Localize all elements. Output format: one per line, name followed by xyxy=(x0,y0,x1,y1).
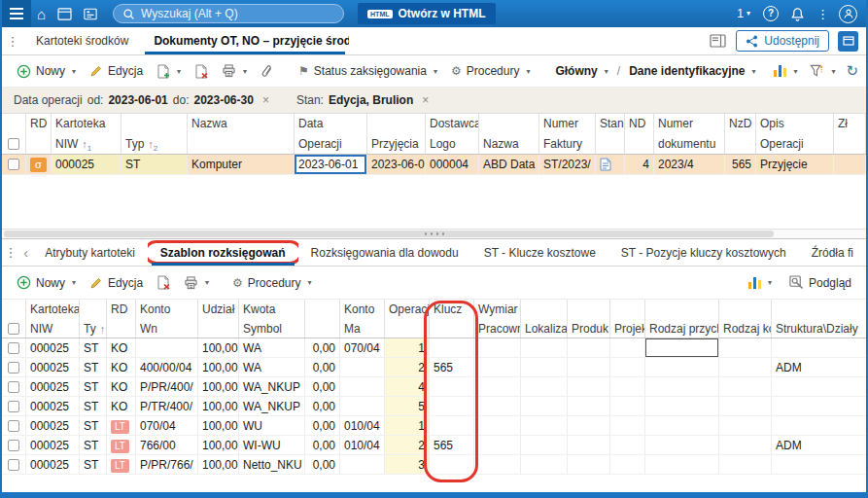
cell-rd[interactable]: LT xyxy=(107,455,136,474)
cell-numer_fakt[interactable]: ST/2023/ xyxy=(539,155,596,174)
column-header-opis[interactable]: Opis xyxy=(756,114,834,134)
column-header-dost_nazwa[interactable] xyxy=(479,114,539,134)
row-checkbox[interactable] xyxy=(8,159,19,170)
column-header-rd[interactable] xyxy=(107,319,136,338)
row-checkbox[interactable] xyxy=(8,401,19,412)
delete-button[interactable] xyxy=(150,270,177,296)
column-header-kwota_sym[interactable]: Symbol xyxy=(239,319,305,338)
new-button[interactable]: Nowy ▾ xyxy=(10,270,83,296)
chart-view-button[interactable]: ▾ xyxy=(746,270,774,296)
cell-struktura[interactable]: ADM xyxy=(772,358,866,376)
cell-produk[interactable] xyxy=(568,436,610,454)
cell-operacja[interactable]: 2 xyxy=(385,358,430,376)
cell-konto_ma[interactable]: 010/04 xyxy=(340,416,385,435)
table-row[interactable]: 000025STKOP/PR/400/100,00WA_NKUP0,004 xyxy=(2,377,866,397)
kebab-menu-icon[interactable]: ⋮ xyxy=(816,8,829,20)
cell-lokalizac[interactable] xyxy=(521,416,568,435)
column-header-nd[interactable] xyxy=(625,134,654,154)
cell-typ[interactable]: ST xyxy=(80,416,107,435)
cell-niw[interactable]: 000025 xyxy=(26,455,80,474)
cell-typ[interactable]: ST xyxy=(80,397,107,415)
column-header-logo[interactable]: Logo xyxy=(426,134,479,154)
procedures-button[interactable]: ⚙ Procedury ▾ xyxy=(226,270,318,296)
cell-konto_wn[interactable]: 766/00 xyxy=(136,436,198,454)
cell-sel[interactable] xyxy=(2,358,26,376)
cell-kwota_sym[interactable]: WI-WU xyxy=(239,436,305,454)
column-header-operacja[interactable]: Operacja xyxy=(385,300,430,319)
cell-udzial[interactable]: 100,00 xyxy=(198,436,239,454)
cell-konto_ma[interactable] xyxy=(340,358,385,376)
cell-produk[interactable] xyxy=(568,416,610,435)
column-header-niw[interactable]: Kartoteka xyxy=(26,300,80,319)
print-button[interactable]: ▾ xyxy=(215,58,254,84)
cell-rodzaj_przych[interactable] xyxy=(645,397,719,415)
cell-produk[interactable] xyxy=(568,377,610,396)
cell-konto_ma[interactable]: 070/04 xyxy=(340,338,385,357)
cell-sel[interactable] xyxy=(2,155,26,174)
column-header-rd[interactable]: RD xyxy=(107,300,136,319)
cell-konto_wn[interactable]: 070/04 xyxy=(136,416,198,435)
cell-typ[interactable]: ST xyxy=(80,358,107,376)
cell-numer_dok[interactable]: 2023/4 xyxy=(654,155,725,174)
cell-udzial[interactable]: 100,00 xyxy=(198,397,239,415)
cell-struktura[interactable]: ADM xyxy=(772,436,866,454)
cell-klucz[interactable] xyxy=(430,377,474,396)
tab-kartoteki-środków[interactable]: Kartoteki środków xyxy=(23,27,141,54)
cell-niw[interactable]: 000025 xyxy=(26,377,80,396)
cell-nazwa[interactable]: Komputer xyxy=(188,155,295,174)
cell-niw[interactable]: 000025 xyxy=(26,436,80,454)
row-checkbox[interactable] xyxy=(8,459,19,471)
search-input[interactable] xyxy=(141,7,334,20)
table-row[interactable]: σ000025STKomputer2023-06-012023-06-01000… xyxy=(2,155,866,175)
cell-konto_ma[interactable] xyxy=(340,397,385,415)
posting-status-button[interactable]: ⚑ Status zaksięgowania ▾ xyxy=(292,58,444,84)
cell-niw[interactable]: 000025 xyxy=(26,358,80,376)
tab-options-icon[interactable]: ⋮ xyxy=(2,239,19,266)
cell-sel[interactable] xyxy=(2,377,26,396)
column-header-typ[interactable]: Ty↑ xyxy=(80,319,107,338)
cell-rodzaj_ko[interactable] xyxy=(719,416,772,435)
cell-struktura[interactable] xyxy=(772,416,866,435)
table-row[interactable]: 000025STLT766/00100,00WI-WU0,00010/04256… xyxy=(2,436,866,455)
cell-konto_wn[interactable]: P/TR/400/ xyxy=(136,397,198,415)
cell-pracowni[interactable] xyxy=(474,338,521,357)
cell-klucz[interactable] xyxy=(430,338,474,357)
select-all-checkbox[interactable] xyxy=(8,138,19,150)
cell-produk[interactable] xyxy=(568,397,610,415)
cell-udzial[interactable]: 100,00 xyxy=(198,358,239,376)
cell-rodzaj_ko[interactable] xyxy=(719,358,772,376)
view-selector-primary[interactable]: Główny ▾ xyxy=(548,58,614,84)
column-header-projek[interactable] xyxy=(610,300,645,319)
cell-sel[interactable] xyxy=(2,436,26,454)
view-selector-secondary[interactable]: Dane identyfikacyjne ▾ xyxy=(622,58,762,84)
cell-rodzaj_ko[interactable] xyxy=(719,338,772,357)
refresh-icon[interactable]: ↻ xyxy=(846,62,858,80)
cell-rd[interactable]: LT xyxy=(107,436,136,454)
row-checkbox[interactable] xyxy=(8,342,19,354)
preview-button[interactable]: Podgląd xyxy=(782,270,858,296)
cell-kwota_val[interactable]: 0,00 xyxy=(305,397,340,415)
column-header-rodzaj_przych[interactable]: Rodzaj przycho xyxy=(645,319,719,338)
column-header-niw[interactable]: Kartoteka xyxy=(52,114,122,134)
cell-kwota_val[interactable]: 0,00 xyxy=(305,455,340,474)
cell-rd[interactable]: KO xyxy=(107,377,136,396)
column-header-struktura[interactable]: Struktura\Działy xyxy=(772,319,866,338)
cell-udzial[interactable]: 100,00 xyxy=(198,338,239,357)
cell-typ[interactable]: ST xyxy=(122,155,188,174)
cell-nzd[interactable]: 565 xyxy=(725,155,756,174)
cell-przyjecia[interactable]: 2023-06-01 xyxy=(367,155,426,174)
table-row[interactable]: 000025STKO100,00WA0,00070/041 xyxy=(2,338,866,358)
filter-remove-icon[interactable]: × xyxy=(262,93,269,107)
cell-kwota_val[interactable]: 0,00 xyxy=(305,377,340,396)
cell-lokalizac[interactable] xyxy=(521,358,568,376)
column-header-typ[interactable]: Typ↑2 xyxy=(122,134,188,154)
tab-źródła-fi[interactable]: Źródła fi xyxy=(799,239,866,266)
column-header-numer_dok[interactable]: Numer xyxy=(654,114,725,134)
column-header-data_op[interactable]: Operacji xyxy=(295,134,367,154)
cell-pracowni[interactable] xyxy=(474,358,521,376)
notification-count[interactable]: 1▾ xyxy=(737,7,750,20)
column-header-z[interactable]: Zł xyxy=(834,114,866,134)
column-header-kwota_val[interactable] xyxy=(305,319,340,338)
help-icon[interactable]: ? xyxy=(763,6,779,21)
cell-projek[interactable] xyxy=(610,377,645,396)
